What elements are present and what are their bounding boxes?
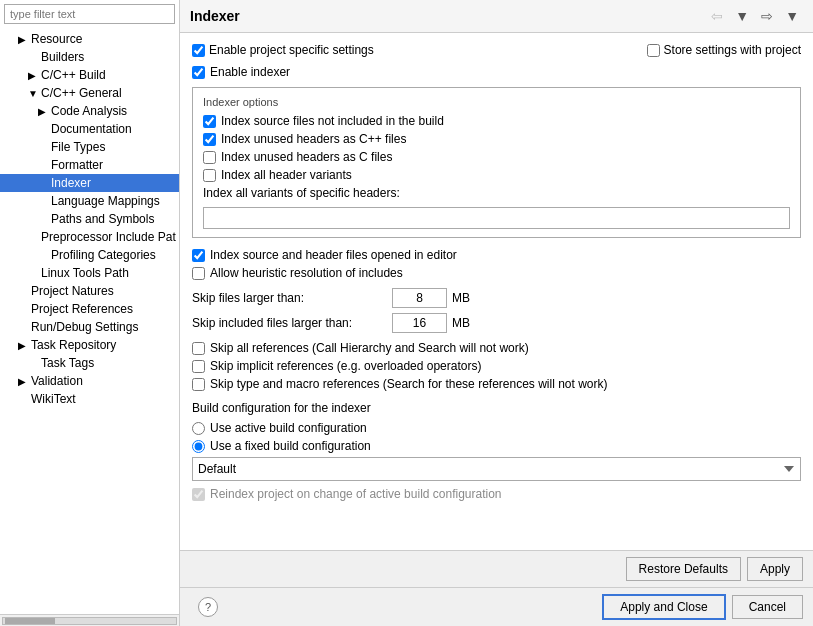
- sidebar-item-code-analysis[interactable]: ▶ Code Analysis: [0, 102, 179, 120]
- sidebar-item-label: WikiText: [31, 392, 76, 406]
- enable-project-specific-label: Enable project specific settings: [209, 43, 374, 57]
- arrow-icon: ▶: [18, 340, 28, 351]
- apply-button[interactable]: Apply: [747, 557, 803, 581]
- arrow-icon: ▶: [38, 106, 48, 117]
- sidebar-item-profiling-categories[interactable]: Profiling Categories: [0, 246, 179, 264]
- filter-input[interactable]: [4, 4, 175, 24]
- sidebar-item-file-types[interactable]: File Types: [0, 138, 179, 156]
- skip-included-label: Skip included files larger than:: [192, 316, 392, 330]
- sidebar-item-cpp-build[interactable]: ▶ C/C++ Build: [0, 66, 179, 84]
- index-all-header-checkbox[interactable]: [203, 169, 216, 182]
- page-title: Indexer: [190, 8, 240, 24]
- enable-project-specific-checkbox[interactable]: [192, 44, 205, 57]
- index-unused-c-checkbox[interactable]: [203, 151, 216, 164]
- sidebar-item-documentation[interactable]: Documentation: [0, 120, 179, 138]
- enable-indexer-row: Enable indexer: [192, 65, 801, 79]
- content-body: Enable project specific settings Store s…: [180, 33, 813, 550]
- index-source-row: Index source files not included in the b…: [203, 114, 790, 128]
- specific-headers-input[interactable]: [203, 207, 790, 229]
- sidebar-item-label: Profiling Categories: [51, 248, 156, 262]
- nav-forward-button[interactable]: ⇨: [757, 6, 777, 26]
- sidebar-item-label: Indexer: [51, 176, 91, 190]
- index-unused-c-label: Index unused headers as C files: [221, 150, 392, 164]
- index-opened-label: Index source and header files opened in …: [210, 248, 457, 262]
- nav-buttons: ⇦ ▼ ⇨ ▼: [707, 6, 803, 26]
- sidebar-item-label: Formatter: [51, 158, 103, 172]
- cancel-button[interactable]: Cancel: [732, 595, 803, 619]
- sidebar-item-label: Validation: [31, 374, 83, 388]
- index-source-checkbox[interactable]: [203, 115, 216, 128]
- sidebar-item-resource[interactable]: ▶ Resource: [0, 30, 179, 48]
- skip-implicit-row: Skip implicit references (e.g. overloade…: [192, 359, 801, 373]
- sidebar-item-wikitext[interactable]: WikiText: [0, 390, 179, 408]
- sidebar-item-label: Language Mappings: [51, 194, 160, 208]
- build-config-dropdown[interactable]: Default: [192, 457, 801, 481]
- skip-larger-label: Skip files larger than:: [192, 291, 392, 305]
- sidebar-item-task-repository[interactable]: ▶ Task Repository: [0, 336, 179, 354]
- arrow-icon: ▶: [18, 34, 28, 45]
- store-settings-row: Store settings with project: [647, 43, 801, 57]
- sidebar-item-run-debug[interactable]: Run/Debug Settings: [0, 318, 179, 336]
- arrow-icon: ▶: [28, 70, 38, 81]
- store-settings-checkbox[interactable]: [647, 44, 660, 57]
- help-button[interactable]: ?: [198, 597, 218, 617]
- index-opened-checkbox[interactable]: [192, 249, 205, 262]
- sidebar-item-language-mappings[interactable]: Language Mappings: [0, 192, 179, 210]
- skip-all-refs-checkbox[interactable]: [192, 342, 205, 355]
- skip-type-macro-checkbox[interactable]: [192, 378, 205, 391]
- apply-and-close-button[interactable]: Apply and Close: [602, 594, 725, 620]
- indexer-options-legend: Indexer options: [203, 96, 790, 108]
- sidebar-item-formatter[interactable]: Formatter: [0, 156, 179, 174]
- content-header: Indexer ⇦ ▼ ⇨ ▼: [180, 0, 813, 33]
- skip-all-refs-label: Skip all references (Call Hierarchy and …: [210, 341, 529, 355]
- skip-larger-row: Skip files larger than: MB: [192, 288, 801, 308]
- enable-indexer-checkbox[interactable]: [192, 66, 205, 79]
- top-checkboxes: Enable project specific settings Store s…: [192, 43, 801, 57]
- sidebar-item-task-tags[interactable]: Task Tags: [0, 354, 179, 372]
- sidebar-item-validation[interactable]: ▶ Validation: [0, 372, 179, 390]
- sidebar-item-project-natures[interactable]: Project Natures: [0, 282, 179, 300]
- nav-dropdown-button[interactable]: ▼: [731, 6, 753, 26]
- index-unused-headers-c-row: Index unused headers as C files: [203, 150, 790, 164]
- sidebar-item-preprocessor[interactable]: Preprocessor Include Pat: [0, 228, 179, 246]
- nav-forward-dropdown-button[interactable]: ▼: [781, 6, 803, 26]
- use-fixed-label: Use a fixed build configuration: [210, 439, 371, 453]
- skip-implicit-checkbox[interactable]: [192, 360, 205, 373]
- index-all-header-variants-row: Index all header variants: [203, 168, 790, 182]
- skip-larger-input[interactable]: [392, 288, 447, 308]
- sidebar-item-indexer[interactable]: Indexer: [0, 174, 179, 192]
- sidebar-item-project-references[interactable]: Project References: [0, 300, 179, 318]
- sidebar-item-linux-tools[interactable]: Linux Tools Path: [0, 264, 179, 282]
- sidebar-item-label: Preprocessor Include Pat: [41, 230, 176, 244]
- sidebar-item-label: C/C++ Build: [41, 68, 106, 82]
- scrollbar-thumb: [5, 618, 55, 624]
- sidebar-item-label: Task Repository: [31, 338, 116, 352]
- sidebar-item-cpp-general[interactable]: ▼ C/C++ General: [0, 84, 179, 102]
- nav-back-button[interactable]: ⇦: [707, 6, 727, 26]
- use-fixed-radio-row: Use a fixed build configuration: [192, 439, 801, 453]
- skip-all-refs-row: Skip all references (Call Hierarchy and …: [192, 341, 801, 355]
- reindex-checkbox[interactable]: [192, 488, 205, 501]
- store-settings-label: Store settings with project: [664, 43, 801, 57]
- sidebar-item-label: Project Natures: [31, 284, 114, 298]
- use-active-label: Use active build configuration: [210, 421, 367, 435]
- skip-larger-unit: MB: [452, 291, 470, 305]
- restore-defaults-button[interactable]: Restore Defaults: [626, 557, 741, 581]
- allow-heuristic-checkbox[interactable]: [192, 267, 205, 280]
- build-config-section: Build configuration for the indexer Use …: [192, 401, 801, 501]
- sidebar-scrollbar[interactable]: [0, 614, 179, 626]
- sidebar-item-label: Linux Tools Path: [41, 266, 129, 280]
- skip-implicit-label: Skip implicit references (e.g. overloade…: [210, 359, 481, 373]
- index-unused-cpp-checkbox[interactable]: [203, 133, 216, 146]
- sidebar-item-builders[interactable]: Builders: [0, 48, 179, 66]
- allow-heuristic-label: Allow heuristic resolution of includes: [210, 266, 403, 280]
- use-active-radio[interactable]: [192, 422, 205, 435]
- use-fixed-radio[interactable]: [192, 440, 205, 453]
- index-source-label: Index source files not included in the b…: [221, 114, 444, 128]
- sidebar-item-paths-symbols[interactable]: Paths and Symbols: [0, 210, 179, 228]
- sidebar-item-label: Resource: [31, 32, 82, 46]
- skip-included-input[interactable]: [392, 313, 447, 333]
- sidebar-item-label: Builders: [41, 50, 84, 64]
- skip-type-macro-row: Skip type and macro references (Search f…: [192, 377, 801, 391]
- specific-headers-group: Index all variants of specific headers:: [203, 186, 790, 229]
